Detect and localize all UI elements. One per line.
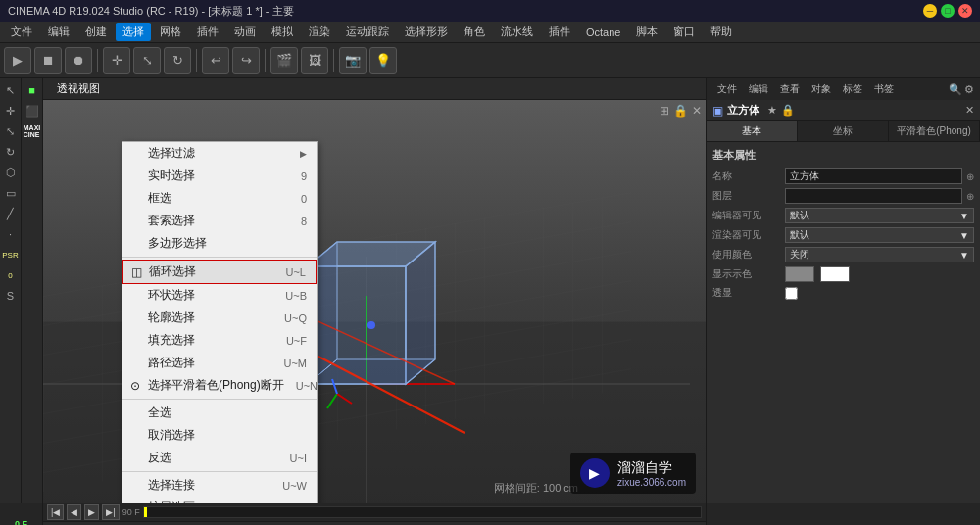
toolbar-btn-light[interactable]: 💡 <box>369 47 397 74</box>
vp-lock-icon[interactable]: 🔒 <box>673 104 688 118</box>
rh-tab-0[interactable]: 文件 <box>712 81 742 97</box>
toolbar-btn-2[interactable]: ⏹ <box>34 47 62 74</box>
rp-gear-icon[interactable]: ⚙ <box>964 83 974 96</box>
cm-item-10[interactable]: 路径选择U~M <box>122 352 317 374</box>
cm-item-17[interactable]: 选择连接U~W <box>122 474 317 497</box>
timeline-prev-btn[interactable]: ◀ <box>67 504 81 520</box>
menu-item-11[interactable]: 角色 <box>457 23 492 41</box>
cm-item-4[interactable]: 多边形选择 <box>122 232 317 255</box>
prop-color-swatch[interactable] <box>785 266 814 282</box>
cm-item-13[interactable]: 全选 <box>122 402 317 424</box>
left-icon-poly[interactable]: ▭ <box>1 183 21 203</box>
cm-item-15[interactable]: 反选U~I <box>122 447 317 469</box>
prop-color-swatch2[interactable] <box>820 266 850 282</box>
cm-item-0[interactable]: 选择过滤 <box>122 142 317 165</box>
right-panel: 文件编辑查看对象标签书签 🔍 ⚙ ▣ 立方体 ★ 🔒 ✕ 基本 坐标 平滑着色(… <box>706 78 980 503</box>
menu-item-12[interactable]: 流水线 <box>494 23 540 41</box>
prop-editor-visible-dropdown[interactable]: 默认▼ <box>785 208 974 223</box>
left-icon-select[interactable]: ↖ <box>1 80 21 100</box>
toolbar-btn-render[interactable]: 🎬 <box>270 47 298 74</box>
timeline-scrubber[interactable] <box>143 506 702 518</box>
toolbar-btn-rotate[interactable]: ↻ <box>164 47 191 74</box>
left2-icon-2[interactable]: ⬛ <box>23 101 42 120</box>
rh-tab-5[interactable]: 书签 <box>869 81 899 97</box>
tab-basic[interactable]: 基本 <box>707 121 798 141</box>
left-icon-psr[interactable]: PSR <box>1 245 21 264</box>
tab-coords[interactable]: 坐标 <box>798 121 889 141</box>
menu-item-16[interactable]: 窗口 <box>666 23 702 41</box>
timeline-next-btn[interactable]: ▶| <box>102 504 119 520</box>
cm-item-8[interactable]: 轮廓选择U~Q <box>122 307 317 329</box>
cm-item-14[interactable]: 取消选择 <box>122 424 317 447</box>
rp-search-icon[interactable]: 🔍 <box>949 83 962 96</box>
toolbar-btn-scale[interactable]: ⤡ <box>133 47 161 74</box>
cm-item-6[interactable]: ◫循环选择U~L <box>122 260 317 284</box>
prop-name-input[interactable] <box>785 168 962 184</box>
left-icon-0[interactable]: 0 <box>1 265 21 285</box>
prop-render-visible-dropdown[interactable]: 默认▼ <box>785 227 974 243</box>
left-icon-move[interactable]: ✛ <box>1 101 21 120</box>
toolbar-btn-redo[interactable]: ↪ <box>232 47 260 74</box>
menu-item-8[interactable]: 渲染 <box>302 23 337 41</box>
props-panel: 基本属性 名称 ⊕ 图层 ⊕ 编辑器可见 默认▼ 渲染器可见 默认▼ <box>707 142 980 503</box>
maximize-button[interactable]: □ <box>941 4 955 18</box>
left2-icon-1[interactable]: ■ <box>23 80 42 100</box>
cm-item-9[interactable]: 填充选择U~F <box>122 329 317 352</box>
left2-icon-cine[interactable]: MAXICINE <box>23 121 42 141</box>
menu-item-7[interactable]: 模拟 <box>265 23 300 41</box>
toolbar-btn-cam[interactable]: 📷 <box>339 47 367 74</box>
prop-layer-input[interactable] <box>785 188 962 204</box>
menu-item-6[interactable]: 动画 <box>227 23 263 41</box>
minimize-button[interactable]: ─ <box>923 4 937 18</box>
rh-tab-2[interactable]: 查看 <box>775 81 805 97</box>
close-button[interactable]: ✕ <box>958 4 972 18</box>
menu-item-3[interactable]: 选择 <box>116 23 151 41</box>
rh-tab-1[interactable]: 编辑 <box>744 81 773 97</box>
cm-item-shortcut-7: U~B <box>285 290 307 302</box>
menu-item-5[interactable]: 插件 <box>190 23 225 41</box>
menu-item-15[interactable]: 脚本 <box>629 23 664 41</box>
prop-transparency-checkbox[interactable] <box>785 287 798 300</box>
viewport-tab-perspective[interactable]: 透视视图 <box>51 80 106 97</box>
object-close-icon[interactable]: ✕ <box>965 104 974 117</box>
left-icon-obj[interactable]: ⬡ <box>1 163 21 182</box>
viewport-3d[interactable]: 网格间距: 100 cm ⊞ 🔒 ✕ ▶ 溜溜自学 zixue.3066.com… <box>43 100 706 503</box>
menu-item-1[interactable]: 编辑 <box>41 23 76 41</box>
cm-item-7[interactable]: 环状选择U~B <box>122 284 317 307</box>
cm-item-label-7: 环状选择 <box>148 287 195 304</box>
menu-item-17[interactable]: 帮助 <box>704 23 739 41</box>
menu-item-10[interactable]: 选择形形 <box>398 23 455 41</box>
toolbar-btn-move[interactable]: ✛ <box>103 47 130 74</box>
left-icon-point[interactable]: · <box>1 224 21 244</box>
timeline-play-btn[interactable]: ▶ <box>84 504 99 520</box>
menu-item-0[interactable]: 文件 <box>4 23 39 41</box>
menu-item-14[interactable]: Octane <box>579 24 627 40</box>
left-icon-scale[interactable]: ⤡ <box>1 121 21 141</box>
tab-phong[interactable]: 平滑着色(Phong) <box>889 121 980 141</box>
menu-item-4[interactable]: 网格 <box>153 23 188 41</box>
prop-use-color-dropdown[interactable]: 关闭▼ <box>785 247 974 262</box>
cm-item-1[interactable]: 实时选择9 <box>122 165 317 187</box>
object-lock-icon[interactable]: 🔒 <box>781 104 795 117</box>
vp-expand-icon[interactable]: ⊞ <box>660 104 669 118</box>
left-icon-rotate[interactable]: ↻ <box>1 142 21 162</box>
toolbar-btn-undo[interactable]: ↩ <box>202 47 229 74</box>
menu-item-13[interactable]: 插件 <box>542 23 577 41</box>
left-icon-s[interactable]: S <box>1 286 21 306</box>
object-star-icon[interactable]: ★ <box>767 104 777 117</box>
cm-item-18[interactable]: 扩展选区U~Y <box>122 497 317 503</box>
timeline-goto-start-btn[interactable]: |◀ <box>47 504 64 520</box>
left-icon-edge[interactable]: ╱ <box>1 204 21 223</box>
menu-item-9[interactable]: 运动跟踪 <box>339 23 396 41</box>
rh-tab-4[interactable]: 标签 <box>838 81 867 97</box>
cm-item-3[interactable]: 套索选择8 <box>122 210 317 232</box>
toolbar-btn-1[interactable]: ▶ <box>4 47 31 74</box>
menu-item-2[interactable]: 创建 <box>78 23 114 41</box>
toolbar-btn-render2[interactable]: 🖼 <box>301 47 328 74</box>
cm-item-11[interactable]: ⊙选择平滑着色(Phong)断开U~N <box>122 374 317 397</box>
cm-item-2[interactable]: 框选0 <box>122 187 317 210</box>
cm-item-shortcut-10: U~M <box>283 358 307 369</box>
vp-close-icon[interactable]: ✕ <box>692 104 702 118</box>
toolbar-btn-3[interactable]: ⏺ <box>65 47 92 74</box>
rh-tab-3[interactable]: 对象 <box>807 81 836 97</box>
